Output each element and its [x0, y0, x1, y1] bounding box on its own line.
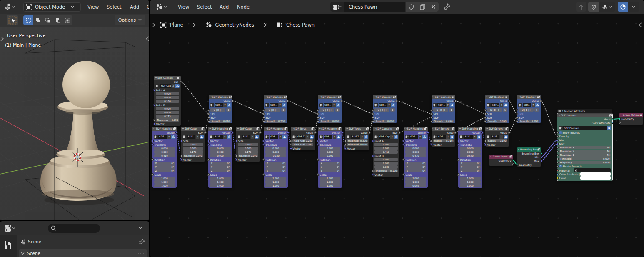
group-browse-icon[interactable]: [210, 103, 214, 107]
node-row-grp[interactable]: SDF...7: [264, 103, 287, 107]
node-row-fld[interactable]: 0.090: [318, 154, 342, 158]
group-browse-icon[interactable]: [265, 135, 269, 139]
slider-field[interactable]: Smooth0.200: [265, 120, 286, 123]
node-socket[interactable]: [557, 162, 559, 164]
node-row-radius[interactable]: Radius0.190: [485, 139, 509, 143]
node-row-y[interactable]: Y0°: [404, 165, 428, 169]
node-group-selector[interactable]: SDF...6: [265, 135, 287, 139]
node-row-fld[interactable]: -0.100: [264, 154, 288, 158]
viewport-menu-select[interactable]: Select: [107, 4, 121, 10]
viewport-menu-object[interactable]: Object: [147, 4, 149, 10]
fake-user-button[interactable]: [405, 2, 417, 12]
node-row-z[interactable]: Z0°: [152, 169, 177, 173]
viewport-menu-add[interactable]: Add: [130, 4, 139, 10]
node-row-fld[interactable]: 0.000: [458, 150, 482, 154]
group-name-field[interactable]: SDF...: [187, 135, 195, 139]
node-socket[interactable]: [540, 156, 542, 158]
node-sphere1[interactable]: SDF SphereValueSDF...2Radius0.210Vector: [432, 127, 455, 147]
node-menu-select[interactable]: Select: [197, 4, 212, 10]
node-row-fld[interactable]: 0.300: [236, 147, 260, 150]
slider-field[interactable]: Mino Radius0.020: [347, 143, 368, 146]
angle-field[interactable]: Y0°: [210, 165, 231, 169]
group-name-field[interactable]: SDF...: [409, 135, 418, 139]
group-browse-icon[interactable]: [319, 103, 323, 107]
node-row-fld[interactable]: 0.000: [208, 150, 232, 154]
value-field[interactable]: 0.170: [238, 150, 258, 154]
group-name-field[interactable]: SDF...: [270, 103, 278, 107]
node-row-fld[interactable]: 1.000: [318, 180, 342, 184]
slider-field[interactable]: Radius0.210: [433, 139, 454, 142]
node-row-fld[interactable]: 1.000: [208, 180, 232, 184]
group-fake-user-button[interactable]: [200, 135, 204, 139]
group-fake-user-button[interactable]: [171, 135, 175, 139]
slider-field[interactable]: Mino Radius0.090: [292, 143, 313, 146]
group-name-field[interactable]: SDF T...: [351, 135, 360, 139]
pin-icon[interactable]: [139, 239, 145, 245]
group-browse-icon[interactable]: [433, 135, 437, 139]
node-row-grp[interactable]: SDF Domain: [557, 126, 612, 131]
operation-value[interactable]: 2: [390, 108, 395, 112]
node-socket[interactable]: [557, 154, 559, 156]
angle-field[interactable]: X0°: [320, 162, 340, 165]
group-browse-icon[interactable]: [518, 103, 522, 107]
value-field[interactable]: 0.300: [183, 143, 203, 146]
operation-menu[interactable]: U | D | I: [519, 108, 534, 112]
node-row-fld[interactable]: 0.000: [154, 111, 181, 115]
group-user-count[interactable]: 6: [223, 135, 227, 139]
value-field[interactable]: 0.300: [238, 147, 258, 150]
group-user-count[interactable]: 2: [306, 135, 309, 139]
node-boolean2[interactable]: SDF BooleanValueSDF...7U | D | I2SDFSDFS…: [264, 95, 287, 123]
node-header[interactable]: SDF Mapping: [404, 127, 428, 131]
angle-field[interactable]: Y0°: [405, 165, 426, 169]
group-fake-user-button[interactable]: [282, 135, 287, 139]
white-field[interactable]: [580, 176, 611, 180]
node-row-fld[interactable]: 0.410: [373, 150, 399, 154]
group-user-count[interactable]: 2: [172, 84, 175, 88]
node-sphere2[interactable]: SDF SphereValueSDF...2Radius0.190Vector: [485, 127, 509, 147]
value-field[interactable]: 0.000: [374, 158, 398, 161]
node-row-smooth[interactable]: Smooth0.090: [517, 120, 541, 123]
node-torus1[interactable]: SDF TorusValueSDF T...2Majo Radius0.280M…: [291, 127, 315, 150]
node-socket[interactable]: [557, 150, 559, 152]
group-browse-icon[interactable]: [265, 103, 269, 107]
node-row-y[interactable]: Y0°: [152, 165, 177, 169]
angle-field[interactable]: Y0°: [154, 165, 175, 169]
group-fake-user-button[interactable]: [310, 135, 314, 139]
value-field[interactable]: 1.000: [154, 180, 175, 184]
node-socket[interactable]: [557, 177, 559, 179]
node-header[interactable]: SDF Boolean: [373, 95, 397, 99]
node-boolean6[interactable]: SDF BooleanValueSDF...7U | D | I1SDFSDFS…: [485, 95, 509, 123]
node-row-shade-smooth[interactable]: ✓Shade Smooth: [557, 165, 612, 168]
node-collapse-icon[interactable]: [265, 96, 267, 98]
node-header[interactable]: SDF Mapping: [264, 127, 288, 131]
node-collapse-icon[interactable]: [404, 128, 407, 130]
group-name-field[interactable]: SDF...: [215, 103, 223, 107]
node-row-fld[interactable]: 0.300: [236, 143, 260, 147]
node-header[interactable]: Group Input: [489, 155, 513, 159]
group-user-count[interactable]: 6: [333, 135, 336, 139]
node-group-selector[interactable]: SDF...7: [265, 103, 286, 107]
value-field[interactable]: 0.000: [405, 150, 426, 154]
node-collapse-icon[interactable]: [292, 128, 294, 130]
panel-drag-grip-icon[interactable]: [138, 251, 145, 255]
operation-value[interactable]: 2: [281, 108, 286, 112]
node-row-fld[interactable]: 1.000: [318, 177, 342, 180]
slider-field[interactable]: Roundness0.070: [183, 154, 203, 157]
node-group-selector[interactable]: SDF T...2: [347, 135, 368, 139]
pin-node-tree-icon[interactable]: [444, 3, 450, 10]
node-row-smooth[interactable]: Smooth0.090: [485, 120, 509, 123]
editor-type-3d-viewport-icon[interactable]: [4, 3, 15, 10]
node-group-selector[interactable]: SDF...7: [433, 103, 454, 107]
angle-field[interactable]: X0°: [154, 162, 175, 165]
slider-field[interactable]: Adaptivity0.000: [559, 161, 611, 164]
breadcrumb-collapse-icon[interactable]: [152, 22, 156, 27]
value-field[interactable]: 1.000: [265, 184, 286, 187]
node-row-grp[interactable]: SDF...7: [209, 103, 232, 107]
slider-field[interactable]: Majo Radius0.300: [347, 139, 368, 142]
value-field[interactable]: 0.000: [265, 150, 286, 154]
node-group-selector[interactable]: SDF...2: [182, 135, 204, 139]
node-header[interactable]: SDF Boolean: [318, 95, 342, 99]
node-row-thickness[interactable]: Thickness0.100: [373, 169, 399, 173]
node-row-color[interactable]: Color: [557, 176, 612, 180]
properties-search-input[interactable]: [48, 224, 100, 233]
